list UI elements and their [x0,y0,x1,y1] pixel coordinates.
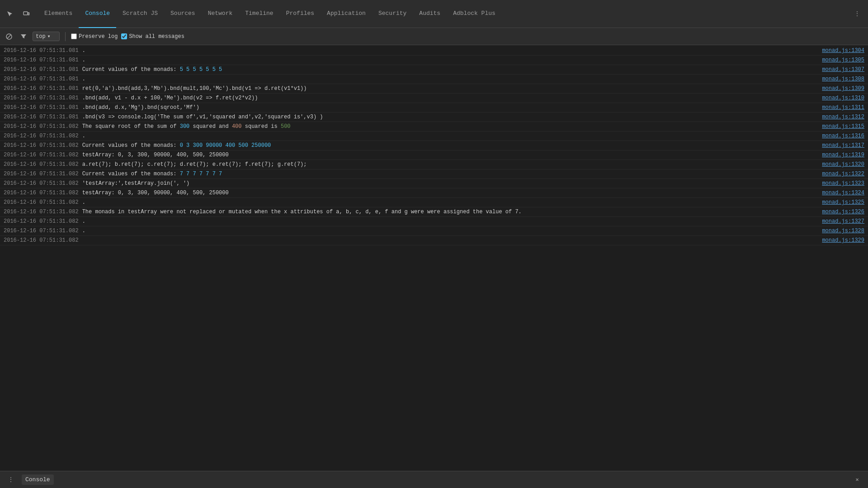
message-content: . [82,132,815,140]
source-link[interactable]: monad.js:1323 [822,179,864,188]
message-content: . [82,75,815,83]
source-link[interactable]: monad.js:1307 [822,66,864,74]
tab-scratch[interactable]: Scratch JS [116,0,164,28]
tab-security[interactable]: Security [372,0,413,28]
nav-icons [4,8,33,20]
message-content: a.ret(7); b.ret(7); c.ret(7); d.ret(7); … [82,160,815,169]
table-row: 2016-12-16 07:51:31.081ret(0,'a').bnd(ad… [0,84,868,94]
table-row: 2016-12-16 07:51:31.082.monad.js:1325 [0,198,868,207]
table-row: 2016-12-16 07:51:31.081.monad.js:1304 [0,46,868,56]
source-link[interactable]: monad.js:1322 [822,170,864,178]
tab-adblock[interactable]: Adblock Plus [447,0,502,28]
timestamp: 2016-12-16 07:51:31.081 [4,47,79,55]
tab-audits[interactable]: Audits [413,0,447,28]
tab-profiles[interactable]: Profiles [280,0,321,28]
table-row: 2016-12-16 07:51:31.081.monad.js:1308 [0,75,868,84]
source-link[interactable]: monad.js:1316 [822,132,864,140]
toolbar-separator [65,32,66,41]
timestamp: 2016-12-16 07:51:31.082 [4,151,79,159]
context-selector[interactable]: top ▾ [33,32,60,41]
console-toolbar: top ▾ Preserve log Show all messages [0,28,868,45]
source-link[interactable]: monad.js:1308 [822,75,864,83]
device-icon[interactable] [20,8,33,20]
table-row: 2016-12-16 07:51:31.081Current values of… [0,65,868,75]
message-content: The monads in testArray were not replace… [82,208,815,216]
message-content: . [82,227,815,235]
show-all-messages-checkbox-label[interactable]: Show all messages [121,33,184,40]
source-link[interactable]: monad.js:1304 [822,47,864,55]
timestamp: 2016-12-16 07:51:31.081 [4,75,79,83]
timestamp: 2016-12-16 07:51:31.082 [4,141,79,150]
table-row: 2016-12-16 07:51:31.081.bnd(v3 => consol… [0,113,868,122]
source-link[interactable]: monad.js:1315 [822,122,864,131]
source-link[interactable]: monad.js:1317 [822,141,864,150]
bottom-bar: ⋮ Console ✕ [0,471,868,488]
filter-button[interactable] [18,31,29,42]
table-row: 2016-12-16 07:51:31.082'testArray:',test… [0,179,868,188]
more-tabs-button[interactable]: ⋮ [850,10,864,17]
clear-console-button[interactable] [4,31,14,42]
message-content: .bnd(v3 => console.log('The sum of',v1,'… [82,113,815,121]
source-link[interactable]: monad.js:1305 [822,56,864,64]
svg-rect-0 [24,12,28,15]
message-content: . [82,198,815,206]
tab-elements[interactable]: Elements [38,0,79,28]
message-content: ret(0,'a').bnd(add,3,'Mb').bnd(mult,100,… [82,84,815,93]
table-row: 2016-12-16 07:51:31.082testArray: 0, 3, … [0,188,868,198]
tab-console[interactable]: Console [79,0,116,28]
source-link[interactable]: monad.js:1328 [822,227,864,235]
timestamp: 2016-12-16 07:51:31.082 [4,236,79,244]
table-row: 2016-12-16 07:51:31.082.monad.js:1327 [0,217,868,226]
timestamp: 2016-12-16 07:51:31.082 [4,198,79,206]
table-row: 2016-12-16 07:51:31.082The square root o… [0,122,868,131]
source-link[interactable]: monad.js:1310 [822,94,864,102]
table-row: 2016-12-16 07:51:31.082The monads in tes… [0,207,868,217]
source-link[interactable]: monad.js:1324 [822,189,864,197]
source-link[interactable]: monad.js:1325 [822,198,864,206]
message-content: testArray: 0, 3, 300, 90000, 400, 500, 2… [82,151,815,159]
source-link[interactable]: monad.js:1319 [822,151,864,159]
table-row: 2016-12-16 07:51:31.081.bnd(add, d.x,'Mg… [0,103,868,113]
source-link[interactable]: monad.js:1326 [822,208,864,216]
bottom-tab-label: Console [25,476,50,483]
timestamp: 2016-12-16 07:51:31.081 [4,66,79,74]
message-content: . [82,56,815,64]
tab-sources[interactable]: Sources [164,0,202,28]
timestamp: 2016-12-16 07:51:31.082 [4,122,79,131]
close-drawer-button[interactable]: ✕ [852,474,863,485]
timestamp: 2016-12-16 07:51:31.081 [4,84,79,93]
timestamp: 2016-12-16 07:51:31.081 [4,56,79,64]
tab-timeline[interactable]: Timeline [239,0,279,28]
timestamp: 2016-12-16 07:51:31.081 [4,94,79,102]
preserve-log-checkbox-label[interactable]: Preserve log [71,33,118,40]
timestamp: 2016-12-16 07:51:31.081 [4,103,79,112]
bottom-console-tab[interactable]: Console [22,474,54,485]
table-row: 2016-12-16 07:51:31.082a.ret(7); b.ret(7… [0,160,868,169]
drawer-options-button[interactable]: ⋮ [5,474,16,485]
source-link[interactable]: monad.js:1327 [822,217,864,225]
table-row: 2016-12-16 07:51:31.082.monad.js:1316 [0,131,868,141]
show-all-messages-label: Show all messages [129,33,184,40]
table-row: 2016-12-16 07:51:31.082testArray: 0, 3, … [0,150,868,160]
source-link[interactable]: monad.js:1320 [822,160,864,169]
preserve-log-label: Preserve log [79,33,118,40]
table-row: 2016-12-16 07:51:31.081.bnd(add, v1 - d.… [0,94,868,103]
show-all-messages-checkbox[interactable] [121,33,127,39]
message-content: . [82,47,815,55]
tab-network[interactable]: Network [202,0,239,28]
source-link[interactable]: monad.js:1311 [822,103,864,112]
source-link[interactable]: monad.js:1329 [822,236,864,244]
table-row: 2016-12-16 07:51:31.082.monad.js:1328 [0,226,868,236]
tab-application[interactable]: Application [321,0,372,28]
chevron-down-icon: ▾ [47,33,51,40]
preserve-log-checkbox[interactable] [71,33,77,39]
table-row: 2016-12-16 07:51:31.081.monad.js:1305 [0,56,868,65]
nav-tabs: Elements Console Scratch JS Sources Netw… [38,0,502,28]
source-link[interactable]: monad.js:1309 [822,84,864,93]
table-row: 2016-12-16 07:51:31.082Current values of… [0,169,868,179]
cursor-icon[interactable] [4,8,16,20]
source-link[interactable]: monad.js:1312 [822,113,864,121]
top-nav-bar: Elements Console Scratch JS Sources Netw… [0,0,868,28]
table-row: 2016-12-16 07:51:31.082Current values of… [0,141,868,150]
svg-rect-1 [28,13,29,15]
